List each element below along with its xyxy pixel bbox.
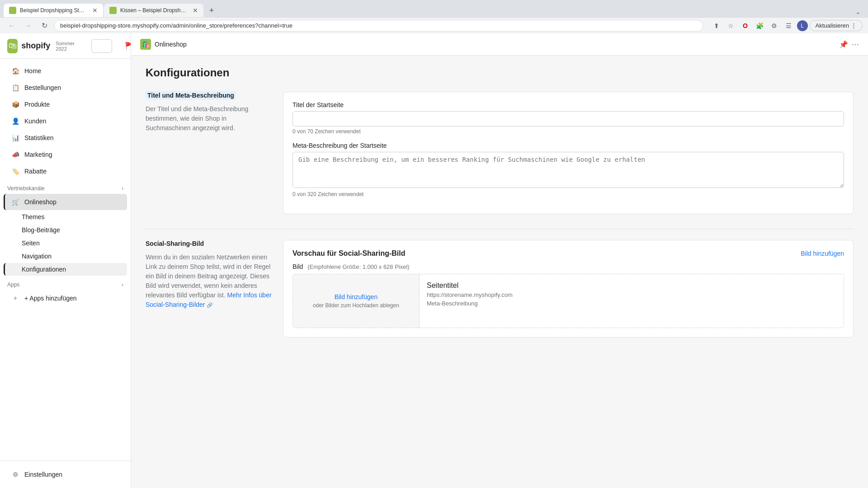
section-meta: Titel und Meta-Beschreibung Der Titel un… xyxy=(146,92,854,214)
image-upload-area[interactable]: Bild hinzufügen oder Bilder zum Hochlade… xyxy=(293,274,420,328)
sidebar-item-home[interactable]: 🏠 Home xyxy=(4,63,127,79)
browser-back-button[interactable]: ← xyxy=(5,19,18,32)
meta-form-group: Meta-Beschreibung der Startseite 0 von 3… xyxy=(292,142,844,197)
sales-channels-chevron-icon[interactable]: › xyxy=(122,185,123,192)
section-social: Social-Sharing-Bild Wenn du in den sozia… xyxy=(146,240,854,338)
shopify-logo: 🛍 shopify Sommer 2022 xyxy=(7,39,79,53)
external-link-icon: 🔗 xyxy=(207,302,213,308)
sidebar-item-rabatte[interactable]: 🏷️ Rabatte xyxy=(4,163,127,179)
sidebar-onlineshop-label: Onlineshop xyxy=(24,198,120,206)
apps-add-icon: ＋ xyxy=(11,294,20,303)
opera-icon[interactable]: O xyxy=(739,19,752,32)
sidebar-item-navigation[interactable]: Navigation xyxy=(4,250,127,263)
social-heading: Social-Sharing-Bild xyxy=(146,240,272,247)
tab-close-1[interactable]: ✕ xyxy=(92,7,98,14)
meta-hint: 0 von 320 Zeichen verwendet xyxy=(292,191,844,197)
browser-tab-strip: Beispiel Dropshipping Store · ✕ Kissen –… xyxy=(0,0,868,17)
sidebar-footer: ⚙ Einstellungen xyxy=(0,460,131,488)
share-icon[interactable]: ⬆ xyxy=(710,19,723,32)
sidebar: 🛍 shopify Sommer 2022 🔍 🚩 Setup-Anleitun… xyxy=(0,33,131,488)
sidebar-item-bestellungen[interactable]: 📋 Bestellungen xyxy=(4,80,127,96)
update-button[interactable]: Aktualisieren ⋮ xyxy=(810,20,863,31)
apps-chevron-icon[interactable]: › xyxy=(122,282,123,288)
blog-beitraege-label: Blog-Beiträge xyxy=(22,226,60,234)
bestellungen-icon: 📋 xyxy=(11,83,20,92)
setup-flag-icon: 🚩 xyxy=(125,42,131,50)
sidebar-item-themes[interactable]: Themes xyxy=(4,211,127,223)
profile-icon[interactable]: L xyxy=(797,20,808,31)
section-social-card: Vorschau für Social-Sharing-Bild Bild hi… xyxy=(283,240,854,338)
section-social-grid: Social-Sharing-Bild Wenn du in den sozia… xyxy=(146,240,854,338)
update-button-label: Aktualisieren xyxy=(816,22,849,29)
produkte-icon: 📦 xyxy=(11,100,20,109)
section-meta-card: Titel der Startseite 0 von 70 Zeichen ve… xyxy=(283,92,854,214)
tab-title-1: Beispiel Dropshipping Store · xyxy=(20,7,87,14)
title-field-label: Titel der Startseite xyxy=(292,101,844,108)
meta-field-textarea[interactable] xyxy=(292,152,844,188)
settings-icon[interactable]: ⚙ xyxy=(768,19,781,32)
browser-address-bar: ← → ↻ beispiel-dropshipping-store.myshop… xyxy=(0,17,868,33)
apps-section-header: Apps › xyxy=(0,276,131,290)
browser-forward-button[interactable]: → xyxy=(22,19,34,32)
back-icon: ← xyxy=(8,22,15,30)
tab-dropdown-button[interactable]: ⌄ xyxy=(852,6,864,17)
section-meta-heading: Titel und Meta-Beschreibung xyxy=(146,92,272,99)
pin-button[interactable]: 📌 xyxy=(839,40,848,49)
preview-url: https://storename.myshopify.com xyxy=(427,291,836,298)
shopify-season: Sommer 2022 xyxy=(56,41,78,52)
add-image-top-link[interactable]: Bild hinzufügen xyxy=(801,250,844,257)
browser-tab-2[interactable]: Kissen – Beispiel Dropshipping... ✕ xyxy=(104,4,203,17)
tab-favicon-2 xyxy=(109,7,117,14)
tab-close-2[interactable]: ✕ xyxy=(193,7,198,14)
title-form-group: Titel der Startseite 0 von 70 Zeichen ve… xyxy=(292,101,844,135)
setup-guide-button[interactable]: 🚩 Setup-Anleitung xyxy=(125,39,131,53)
navigation-label: Navigation xyxy=(22,253,52,260)
sidebar-item-onlineshop[interactable]: 🛒 Onlineshop xyxy=(4,194,127,210)
sidebar-item-statistiken[interactable]: 📊 Statistiken xyxy=(4,130,127,146)
sidebar-item-seiten[interactable]: Seiten xyxy=(4,237,127,249)
browser-action-buttons: ⬆ ☆ O 🧩 ⚙ ☰ L Aktualisieren ⋮ xyxy=(710,19,863,32)
more-options-button[interactable]: ⋯ xyxy=(852,40,859,49)
url-bar[interactable]: beispiel-dropshipping-store.myshopify.co… xyxy=(54,20,703,32)
browser-tab-active[interactable]: Beispiel Dropshipping Store · ✕ xyxy=(4,4,103,17)
browser-reload-button[interactable]: ↻ xyxy=(38,19,51,32)
bookmark-icon[interactable]: ☆ xyxy=(725,19,737,32)
browser-chrome: Beispiel Dropshipping Store · ✕ Kissen –… xyxy=(0,0,868,33)
sidebar-item-settings[interactable]: ⚙ Einstellungen xyxy=(7,466,123,483)
top-bar-actions: 📌 ⋯ xyxy=(839,40,859,49)
add-tab-icon: + xyxy=(209,6,214,15)
page-content: Konfigurationen Titel und Meta-Beschreib… xyxy=(131,56,868,488)
shopify-header: 🛍 shopify Sommer 2022 🔍 🚩 Setup-Anleitun… xyxy=(0,33,131,59)
kunden-icon: 👤 xyxy=(11,117,20,126)
sidebar-item-konfigurationen[interactable]: Konfigurationen xyxy=(4,263,127,276)
sidebar-item-apps-add[interactable]: ＋ + Apps hinzufügen xyxy=(4,290,127,306)
header-right: 🚩 Setup-Anleitung LC Leon Chaudhari xyxy=(125,39,131,53)
social-description: Wenn du in den sozialen Netzwerken einen… xyxy=(146,253,272,310)
sidebar-rabatte-label: Rabatte xyxy=(24,168,120,175)
sidebar-home-label: Home xyxy=(24,67,120,75)
sidebar-toggle-icon[interactable]: ☰ xyxy=(783,19,795,32)
extension-icon[interactable]: 🧩 xyxy=(754,19,766,32)
upload-label[interactable]: Bild hinzufügen xyxy=(335,293,378,300)
statistiken-icon: 📊 xyxy=(11,133,20,142)
preview-title: Vorschau für Social-Sharing-Bild xyxy=(292,249,406,258)
sidebar-item-marketing[interactable]: 📣 Marketing xyxy=(4,146,127,163)
add-tab-button[interactable]: + xyxy=(204,4,219,17)
sales-channels-label: Vertriebskanäle xyxy=(7,185,45,192)
home-icon: 🏠 xyxy=(11,66,20,75)
rabatte-icon: 🏷️ xyxy=(11,167,20,176)
sidebar-item-kunden[interactable]: 👤 Kunden xyxy=(4,113,127,129)
title-field-input[interactable] xyxy=(292,111,844,127)
seiten-label: Seiten xyxy=(22,239,40,247)
sidebar-item-produkte[interactable]: 📦 Produkte xyxy=(4,96,127,113)
page-title: Konfigurationen xyxy=(146,66,854,79)
konfigurationen-label: Konfigurationen xyxy=(22,266,66,273)
shopify-logo-text: shopify xyxy=(21,41,50,51)
search-input[interactable] xyxy=(91,39,112,53)
sidebar-statistiken-label: Statistiken xyxy=(24,134,120,141)
sidebar-nav: 🏠 Home 📋 Bestellungen 📦 Produkte 👤 Kunde… xyxy=(0,59,131,460)
sales-channels-section-header: Vertriebskanäle › xyxy=(0,180,131,193)
app-layout: 🛍 shopify Sommer 2022 🔍 🚩 Setup-Anleitun… xyxy=(0,33,868,488)
sidebar-item-blog-beitraege[interactable]: Blog-Beiträge xyxy=(4,224,127,236)
upload-sublabel: oder Bilder zum Hochladen ablegen xyxy=(313,302,399,309)
